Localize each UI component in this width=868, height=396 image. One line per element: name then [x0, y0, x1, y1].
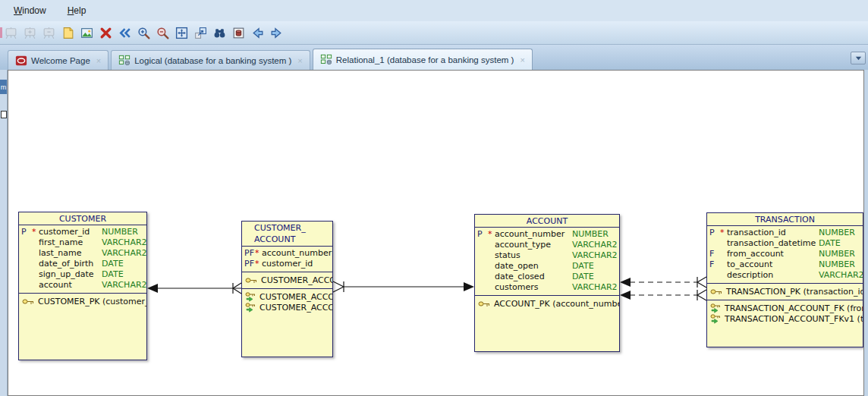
key-section: CUSTOMER_PK (customer_id)	[19, 294, 146, 360]
relationship-transaction-account-fk[interactable]	[620, 277, 706, 288]
column-section: PF*account_number PF*customer_id	[242, 247, 332, 272]
pk-row: TRANSACTION_PK (transaction_id)	[707, 286, 863, 297]
tab-close-icon[interactable]: ×	[520, 55, 524, 64]
menu-bar: Window Help	[0, 0, 868, 21]
zoom-out-icon[interactable]	[154, 24, 171, 42]
chevron-down-icon	[854, 54, 863, 62]
pk-key-section: CUSTOMER_ACCOU	[242, 272, 332, 289]
pk-row: CUSTOMER_PK (customer_id)	[19, 296, 146, 306]
fk-key-icon	[245, 292, 256, 302]
pk-key-icon	[478, 300, 490, 307]
fk-row: CUSTOMER_ACCOU	[242, 302, 332, 313]
fk-key-icon	[710, 303, 721, 313]
relationship-customer-account-account[interactable]	[333, 281, 474, 292]
collapse-left-icon[interactable]	[116, 24, 134, 42]
model-diagram-icon	[320, 54, 332, 66]
diagram-canvas[interactable]: CUSTOMER P*customer_idNUMBER first_nameV…	[8, 70, 864, 396]
table-title: ACCOUNT	[475, 215, 619, 228]
fit-to-window-icon[interactable]	[173, 24, 190, 42]
relationship-customer-customer-account[interactable]	[147, 283, 241, 294]
column-section: P*transaction_idNUMBER transaction_datet…	[707, 226, 863, 284]
relationship-transaction-account-fkv1[interactable]	[620, 290, 706, 300]
forward-icon[interactable]	[268, 24, 285, 42]
column-row: transaction_datetimeDATE	[707, 238, 863, 249]
image-icon[interactable]	[78, 24, 96, 42]
tab-label: Logical (database for a banking system )	[134, 56, 291, 65]
column-section: P*account_numberNUMBER account_typeVARCH…	[475, 228, 619, 296]
table-icon[interactable]	[230, 24, 247, 42]
menu-window[interactable]: Window	[11, 4, 49, 17]
column-row: customersVARCHAR2	[475, 282, 619, 293]
table-title: CUSTOMER_ ACCOUNT	[242, 222, 332, 247]
presentation-board-icon[interactable]	[2, 24, 20, 42]
tab-list-dropdown[interactable]	[851, 52, 866, 64]
table-customer-account[interactable]: CUSTOMER_ ACCOUNT PF*account_number PF*c…	[241, 221, 333, 357]
fk-row: TRANSACTION_ACCOUNT_FKv1 (to_a	[707, 313, 863, 324]
tab-label: Relational_1 (database for a banking sys…	[336, 55, 514, 64]
pk-key-icon	[22, 298, 34, 305]
column-row: Fto_accountNUMBER	[707, 259, 863, 270]
resize-icon[interactable]	[192, 24, 209, 42]
toolbar	[0, 21, 868, 45]
tab-close-icon[interactable]: ×	[96, 56, 101, 65]
zoom-in-icon[interactable]	[135, 24, 153, 42]
fk-key-section: TRANSACTION_ACCOUNT_FK (from_a TRANSACTI…	[707, 300, 863, 347]
column-row: accountVARCHAR2 (	[19, 280, 146, 291]
column-row: P*transaction_idNUMBER	[707, 228, 863, 238]
fk-row: TRANSACTION_ACCOUNT_FK (from_a	[707, 303, 863, 313]
workspace: m CUSTOMER P*customer_idNUMBER first_nam…	[0, 70, 868, 396]
presentation-board-add-icon[interactable]	[21, 24, 39, 42]
column-row: account_typeVARCHAR2 (1	[475, 240, 619, 250]
tab-label: Welcome Page	[31, 56, 90, 65]
column-row: descriptionVARCHAR2 (	[707, 270, 863, 281]
collapsed-side-panel: m	[0, 70, 8, 396]
back-icon[interactable]	[249, 24, 266, 42]
tab-bar: Welcome Page × Logical (database for a b…	[0, 45, 868, 70]
tab-relational-model[interactable]: Relational_1 (database for a banking sys…	[313, 49, 533, 70]
delete-icon[interactable]	[97, 24, 115, 42]
column-row: date_closedDATE	[475, 272, 619, 282]
new-note-icon[interactable]	[59, 24, 77, 42]
side-panel-tab[interactable]: m	[0, 80, 7, 94]
column-row: P*customer_idNUMBER	[19, 227, 146, 237]
column-row: date_of_birthDATE	[19, 259, 146, 269]
fk-key-section: CUSTOMER_ACCOU CUSTOMER_ACCOU	[242, 289, 332, 357]
column-row: date_openDATE	[475, 261, 619, 272]
pk-row: ACCOUNT_PK (account_number)	[475, 298, 619, 309]
pk-key-icon	[245, 277, 257, 284]
column-row: last_nameVARCHAR2 (	[19, 248, 146, 259]
table-account[interactable]: ACCOUNT P*account_numberNUMBER account_t…	[474, 214, 620, 352]
column-row: P*account_numberNUMBER	[475, 229, 619, 240]
column-row: statusVARCHAR2 (1	[475, 250, 619, 261]
tab-welcome-page[interactable]: Welcome Page ×	[8, 50, 108, 70]
menu-help[interactable]: Help	[64, 4, 90, 17]
column-row: sign_up_dateDATE	[19, 269, 146, 280]
presentation-board-remove-icon[interactable]	[40, 24, 58, 42]
search-binoculars-icon[interactable]	[211, 24, 228, 42]
tab-logical-model[interactable]: Logical (database for a banking system )…	[111, 50, 310, 70]
side-panel-toggle-icon[interactable]	[1, 111, 7, 118]
pk-key-icon	[710, 288, 722, 295]
pk-key-section: TRANSACTION_PK (transaction_id)	[707, 284, 863, 300]
fk-key-icon	[245, 303, 256, 313]
column-row: PF*customer_id	[242, 259, 332, 269]
table-title: TRANSACTION	[707, 213, 863, 226]
column-section: P*customer_idNUMBER first_nameVARCHAR2 (…	[19, 225, 146, 294]
fk-key-icon	[710, 314, 721, 324]
fk-row: CUSTOMER_ACCOU	[242, 291, 332, 302]
oracle-icon	[15, 55, 27, 67]
column-row: Ffrom_accountNUMBER	[707, 249, 863, 259]
tab-close-icon[interactable]: ×	[297, 56, 302, 65]
key-section: ACCOUNT_PK (account_number)	[475, 296, 619, 351]
column-row: PF*account_number	[242, 248, 332, 259]
table-title: CUSTOMER	[19, 212, 146, 225]
table-transaction[interactable]: TRANSACTION P*transaction_idNUMBER trans…	[706, 212, 863, 347]
pk-row: CUSTOMER_ACCOU	[242, 275, 332, 285]
column-row: first_nameVARCHAR2 (	[19, 237, 146, 248]
table-customer[interactable]: CUSTOMER P*customer_idNUMBER first_nameV…	[18, 212, 147, 360]
model-diagram-icon	[118, 55, 131, 67]
app-window: Window Help	[0, 0, 868, 396]
